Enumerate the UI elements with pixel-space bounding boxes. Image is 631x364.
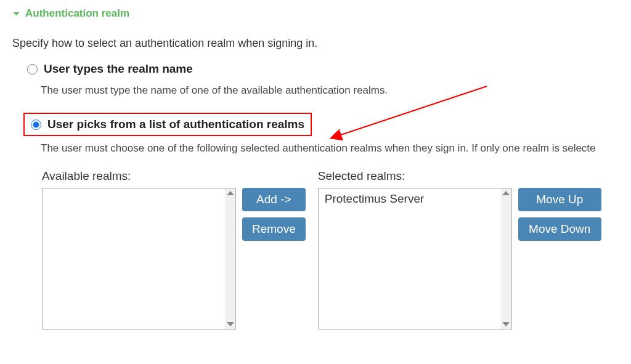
move-down-button[interactable]: Move Down	[518, 217, 601, 241]
options-group: User types the realm name The user must …	[12, 60, 619, 155]
scrollbar[interactable]	[225, 188, 235, 329]
selected-realms-list[interactable]: Protectimus Server	[318, 188, 512, 330]
scroll-up-icon	[227, 191, 234, 195]
add-button[interactable]: Add ->	[242, 188, 306, 211]
available-realms-list[interactable]	[42, 188, 236, 330]
scroll-down-icon	[502, 322, 510, 326]
available-label: Available realms:	[42, 169, 236, 183]
scroll-up-icon	[502, 191, 510, 195]
option-user-types[interactable]: User types the realm name The user must …	[23, 60, 619, 97]
scroll-down-icon	[227, 322, 234, 326]
option-user-picks[interactable]: User picks from a list of authentication…	[23, 113, 619, 155]
option-desc-user-picks: The user must choose one of the followin…	[41, 142, 619, 155]
section-title: Authentication realm	[25, 7, 129, 20]
option-label-user-picks: User picks from a list of authentication…	[47, 118, 304, 131]
realm-picker: Available realms: Add -> Remove Selected…	[42, 169, 619, 330]
list-item[interactable]: Protectimus Server	[319, 188, 500, 209]
section-header[interactable]: Authentication realm	[12, 7, 619, 20]
radio-user-picks[interactable]	[31, 119, 41, 130]
scrollbar[interactable]	[501, 188, 511, 329]
section-intro: Specify how to select an authentication …	[12, 37, 619, 50]
move-up-button[interactable]: Move Up	[518, 188, 601, 211]
remove-button[interactable]: Remove	[242, 217, 306, 241]
option-desc-user-types: The user must type the name of one of th…	[41, 84, 619, 97]
highlight-annotation: User picks from a list of authentication…	[23, 113, 312, 136]
chevron-down-icon	[12, 10, 20, 18]
option-label-user-types: User types the realm name	[44, 62, 193, 76]
selected-label: Selected realms:	[318, 169, 512, 183]
radio-user-types[interactable]	[27, 64, 38, 75]
